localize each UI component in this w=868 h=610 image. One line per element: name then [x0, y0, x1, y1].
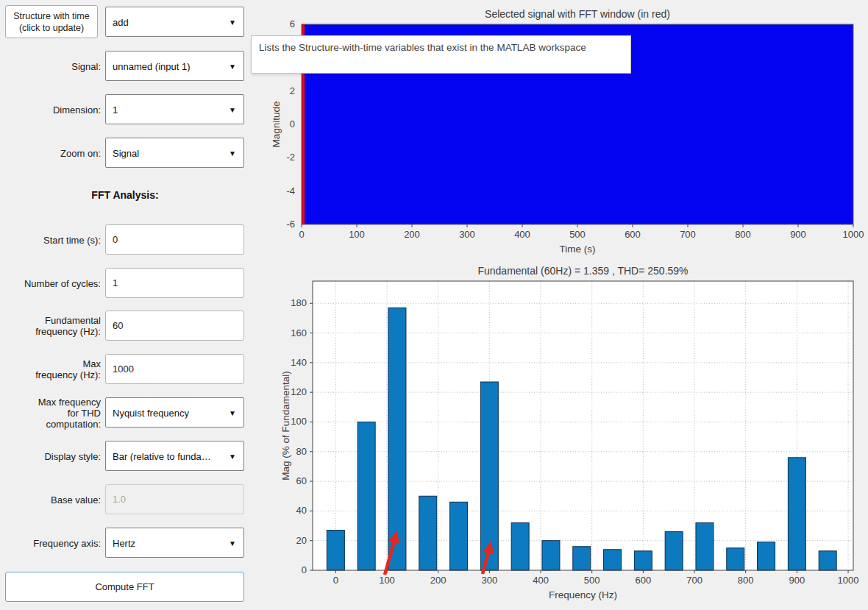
svg-text:400: 400 — [514, 229, 530, 240]
fundamental-freq-label: Fundamental frequency (Hz): — [4, 315, 101, 337]
svg-text:700: 700 — [680, 229, 696, 240]
svg-text:160: 160 — [291, 327, 307, 338]
svg-text:900: 900 — [790, 229, 806, 240]
max-freq-label: Max frequency (Hz): — [4, 358, 101, 380]
start-time-input[interactable] — [105, 224, 244, 255]
svg-text:2: 2 — [290, 85, 295, 96]
fundamental-freq-row: Fundamental frequency (Hz): — [0, 311, 250, 341]
svg-text:0: 0 — [333, 575, 338, 586]
svg-text:1000: 1000 — [843, 229, 864, 240]
dimension-select[interactable]: 1 ▼ — [105, 94, 244, 124]
signal-row: Signal: unnamed (input 1) ▼ — [0, 51, 250, 81]
svg-text:Frequency (Hz): Frequency (Hz) — [549, 589, 617, 600]
svg-text:400: 400 — [533, 575, 549, 586]
dimension-label: Dimension: — [4, 104, 101, 115]
signal-select[interactable]: unnamed (input 1) ▼ — [105, 51, 244, 81]
svg-text:600: 600 — [636, 575, 652, 586]
chevron-down-icon: ▼ — [229, 105, 236, 113]
svg-text:Magnitude: Magnitude — [271, 101, 282, 147]
chevron-down-icon: ▼ — [229, 408, 236, 416]
max-freq-thd-label: Max frequency for THD computation: — [4, 396, 101, 429]
svg-text:-2: -2 — [286, 152, 295, 163]
svg-text:900: 900 — [789, 575, 805, 586]
svg-text:1000: 1000 — [838, 575, 859, 586]
svg-text:300: 300 — [459, 229, 475, 240]
fundamental-freq-input[interactable] — [105, 311, 244, 341]
zoom-on-label: Zoom on: — [4, 147, 101, 158]
base-value-row: Base value: — [0, 484, 250, 514]
frequency-axis-select[interactable]: Hertz ▼ — [105, 528, 244, 558]
chevron-down-icon: ▼ — [229, 452, 236, 460]
chevron-down-icon: ▼ — [229, 62, 236, 70]
tooltip-text: Lists the Structure-with-time variables … — [259, 42, 586, 53]
svg-text:120: 120 — [291, 386, 307, 397]
num-cycles-row: Number of cycles: — [0, 268, 250, 298]
fft-analysis-heading: FFT Analysis: — [0, 189, 250, 201]
svg-text:600: 600 — [625, 229, 641, 240]
svg-text:100: 100 — [379, 575, 395, 586]
svg-text:100: 100 — [291, 416, 307, 427]
svg-text:180: 180 — [291, 297, 307, 308]
zoom-on-select[interactable]: Signal ▼ — [105, 138, 244, 168]
fft-settings-panel: Structure with time (click to update) ad… — [0, 0, 250, 610]
display-style-row: Display style: Bar (relative to funda… ▼ — [0, 441, 250, 471]
svg-text:200: 200 — [404, 229, 420, 240]
zoom-on-row: Zoom on: Signal ▼ — [0, 138, 250, 168]
start-time-label: Start time (s): — [4, 234, 101, 245]
structure-row: add ▼ — [0, 7, 250, 37]
svg-text:300: 300 — [482, 575, 498, 586]
svg-text:800: 800 — [735, 229, 751, 240]
svg-text:500: 500 — [584, 575, 600, 586]
svg-text:6: 6 — [290, 18, 295, 29]
svg-text:Fundamental (60Hz) = 1.359 , T: Fundamental (60Hz) = 1.359 , THD= 250.59… — [477, 265, 688, 277]
svg-text:200: 200 — [430, 575, 447, 586]
chevron-down-icon: ▼ — [229, 18, 236, 26]
svg-text:-4: -4 — [286, 185, 295, 196]
chevron-down-icon: ▼ — [229, 149, 236, 157]
tooltip: Lists the Structure-with-time variables … — [251, 35, 631, 74]
frequency-axis-row: Frequency axis: Hertz ▼ — [0, 528, 250, 558]
max-freq-thd-row: Max frequency for THD computation: Nyqui… — [0, 397, 250, 428]
svg-text:Time (s): Time (s) — [560, 244, 596, 255]
max-freq-row: Max frequency (Hz): — [0, 354, 250, 384]
max-freq-input[interactable] — [105, 354, 244, 384]
max-freq-thd-select[interactable]: Nyquist frequency ▼ — [105, 397, 244, 428]
svg-text:80: 80 — [296, 446, 307, 457]
num-cycles-label: Number of cycles: — [4, 277, 101, 288]
svg-text:20: 20 — [296, 535, 307, 546]
svg-text:140: 140 — [291, 357, 307, 368]
svg-text:100: 100 — [349, 229, 365, 240]
start-time-row: Start time (s): — [0, 224, 250, 255]
svg-text:-6: -6 — [286, 219, 295, 230]
structure-select[interactable]: add ▼ — [105, 7, 244, 37]
signal-label: Signal: — [4, 60, 101, 71]
base-value-label: Base value: — [4, 494, 101, 505]
fft-bar-chart-canvas: Fundamental (60Hz) = 1.359 , THD= 250.59… — [250, 261, 868, 610]
display-style-label: Display style: — [4, 450, 101, 461]
display-style-select[interactable]: Bar (relative to funda… ▼ — [105, 441, 244, 471]
svg-text:500: 500 — [569, 229, 586, 240]
svg-text:60: 60 — [296, 475, 307, 486]
base-value-input — [105, 484, 244, 514]
svg-text:0: 0 — [302, 564, 307, 575]
svg-text:700: 700 — [686, 575, 702, 586]
svg-text:40: 40 — [296, 505, 307, 516]
fft-bar-chart: Fundamental (60Hz) = 1.359 , THD= 250.59… — [250, 261, 868, 610]
svg-text:0: 0 — [290, 118, 295, 130]
svg-text:0: 0 — [299, 229, 304, 240]
svg-text:Selected signal with FFT windo: Selected signal with FFT window (in red) — [485, 8, 670, 20]
num-cycles-input[interactable] — [105, 268, 244, 298]
chevron-down-icon: ▼ — [229, 539, 236, 547]
frequency-axis-label: Frequency axis: — [4, 537, 101, 548]
svg-text:800: 800 — [738, 575, 754, 586]
compute-fft-button[interactable]: Compute FFT — [5, 572, 244, 602]
svg-text:Mag (% of Fundamental): Mag (% of Fundamental) — [280, 371, 291, 480]
dimension-row: Dimension: 1 ▼ — [0, 94, 250, 124]
